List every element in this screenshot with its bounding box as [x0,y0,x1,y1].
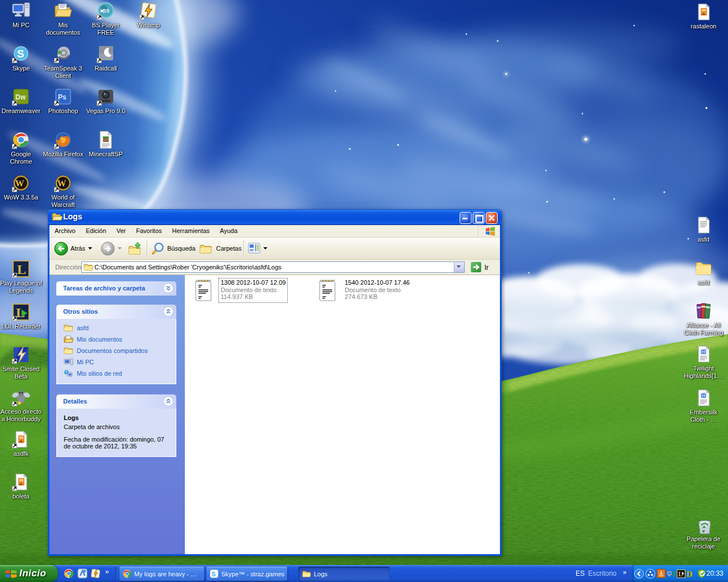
svg-text:Dw: Dw [15,93,26,101]
svg-text:S: S [212,571,216,577]
svg-text:S: S [17,48,24,60]
svg-text:Ps: Ps [58,93,67,101]
svg-text:D: D [686,569,693,578]
svg-text:L: L [17,262,26,277]
